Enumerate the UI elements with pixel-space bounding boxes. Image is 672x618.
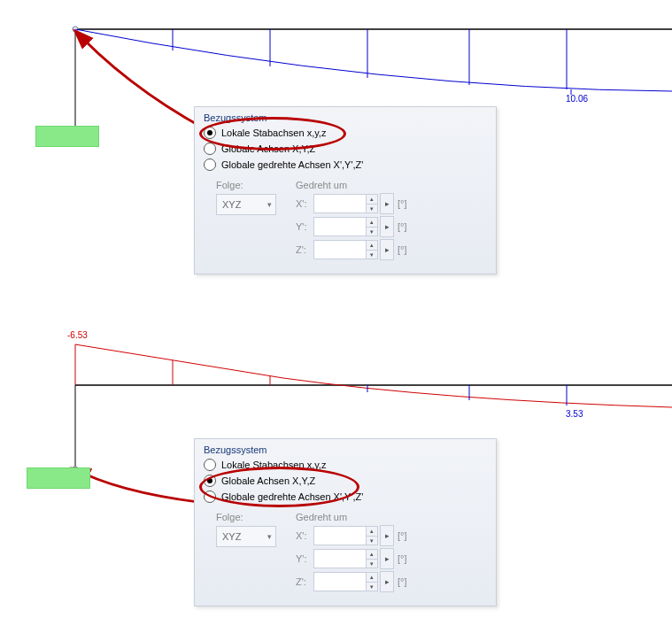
radio-icon xyxy=(204,143,216,155)
value-bottom-red: -6.53 xyxy=(67,330,88,340)
radio-icon xyxy=(204,459,216,471)
axis-y-label: Y': xyxy=(296,221,313,232)
axis-y-label: Y': xyxy=(296,553,313,564)
folge-select[interactable]: XYZ ▾ xyxy=(216,526,276,547)
spin-up-icon[interactable]: ▴ xyxy=(366,572,378,583)
gedreht-label: Gedreht um xyxy=(296,512,407,522)
unit-label: [°] xyxy=(398,530,407,541)
axis-z-label: Z': xyxy=(296,576,313,587)
spin-up-icon[interactable]: ▴ xyxy=(366,217,378,228)
unit-label: [°] xyxy=(398,553,407,564)
step-button[interactable]: ▸ xyxy=(380,571,394,592)
folge-label: Folge: xyxy=(216,512,276,522)
axis-y-input[interactable] xyxy=(313,549,367,568)
radio-icon xyxy=(204,475,216,487)
reference-system-panel-bottom: Bezugssystem Lokale Stabachsen x,y,z Glo… xyxy=(194,438,497,606)
panel-title: Bezugssystem xyxy=(195,107,496,125)
radio-rotated-axes[interactable]: Globale gedrehte Achsen X',Y',Z' xyxy=(195,157,496,173)
axis-z-input[interactable] xyxy=(313,572,367,591)
spin-up-icon[interactable]: ▴ xyxy=(366,549,378,560)
axis-x-input[interactable] xyxy=(313,194,367,213)
spin-down-icon[interactable]: ▾ xyxy=(366,228,378,237)
support-block-bottom xyxy=(27,467,90,489)
folge-label: Folge: xyxy=(216,180,276,190)
spin-up-icon[interactable]: ▴ xyxy=(366,526,378,537)
gedreht-label: Gedreht um xyxy=(296,180,407,190)
support-block-top xyxy=(35,126,99,147)
reference-system-panel-top: Bezugssystem Lokale Stabachsen x,y,z Glo… xyxy=(194,106,497,274)
unit-label: [°] xyxy=(398,221,407,232)
spin-up-icon[interactable]: ▴ xyxy=(366,240,378,251)
radio-icon xyxy=(204,491,216,503)
radio-rotated-axes[interactable]: Globale gedrehte Achsen X',Y',Z' xyxy=(195,489,496,505)
spin-down-icon[interactable]: ▾ xyxy=(366,205,378,214)
unit-label: [°] xyxy=(398,198,407,209)
value-bottom-blue: 3.53 xyxy=(566,409,583,419)
radio-global-axes[interactable]: Globale Achsen X,Y,Z xyxy=(195,473,496,489)
step-button[interactable]: ▸ xyxy=(380,548,394,569)
svg-point-2 xyxy=(73,27,78,32)
spin-up-icon[interactable]: ▴ xyxy=(366,194,378,205)
step-button[interactable]: ▸ xyxy=(380,193,394,214)
radio-icon xyxy=(204,158,216,171)
radio-local-axes[interactable]: Lokale Stabachsen x,y,z xyxy=(195,457,496,473)
step-button[interactable]: ▸ xyxy=(380,525,394,546)
panel-title: Bezugssystem xyxy=(195,439,496,457)
radio-local-axes[interactable]: Lokale Stabachsen x,y,z xyxy=(195,125,496,141)
unit-label: [°] xyxy=(398,576,407,587)
radio-icon xyxy=(204,127,216,139)
axis-x-input[interactable] xyxy=(313,526,367,545)
axis-x-label: X': xyxy=(296,198,313,209)
unit-label: [°] xyxy=(398,244,407,255)
spin-down-icon[interactable]: ▾ xyxy=(366,251,378,260)
folge-select[interactable]: XYZ ▾ xyxy=(216,194,276,215)
radio-global-axes[interactable]: Globale Achsen X,Y,Z xyxy=(195,141,496,157)
axis-z-input[interactable] xyxy=(313,240,367,259)
chevron-down-icon: ▾ xyxy=(267,532,272,541)
step-button[interactable]: ▸ xyxy=(380,216,394,237)
chevron-down-icon: ▾ xyxy=(267,200,272,209)
step-button[interactable]: ▸ xyxy=(380,239,394,260)
value-top: 10.06 xyxy=(566,94,588,104)
spin-down-icon[interactable]: ▾ xyxy=(366,537,378,546)
spin-down-icon[interactable]: ▾ xyxy=(366,583,378,592)
axis-y-input[interactable] xyxy=(313,217,367,236)
axis-x-label: X': xyxy=(296,530,313,541)
axis-z-label: Z': xyxy=(296,244,313,255)
spin-down-icon[interactable]: ▾ xyxy=(366,560,378,569)
